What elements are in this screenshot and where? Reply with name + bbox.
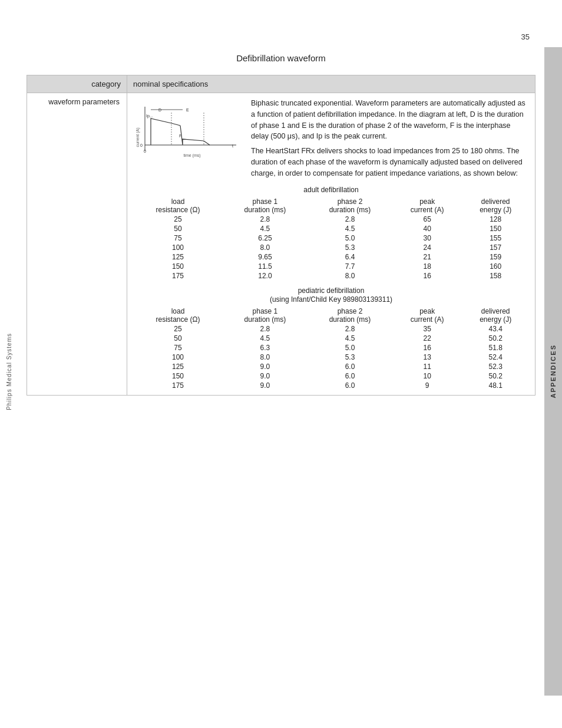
page-title: Defibrillation waveform: [27, 53, 535, 63]
appendices-tab: APPENDICES: [544, 47, 562, 696]
pediatric-sub-header: (using Infant/Child Key 989803139311): [133, 295, 529, 304]
adult-data-row: 504.54.540150: [133, 224, 529, 233]
adult-col1-header: loadresistance (Ω): [133, 197, 223, 215]
waveform-diagram: current (A) time (ms) Ip... 0 t: [133, 101, 242, 170]
svg-text:F: F: [179, 134, 181, 138]
adult-col4-header: peakcurrent (A): [392, 197, 462, 215]
pediatric-data-row: 756.35.01651.8: [133, 343, 529, 353]
pediatric-col5-header: deliveredenergy (J): [462, 307, 529, 324]
adult-data-row: 15011.57.718160: [133, 262, 529, 271]
appendices-label: APPENDICES: [550, 344, 557, 398]
pediatric-header-row: loadresistance (Ω) phase 1duration (ms) …: [133, 307, 529, 324]
adult-col3-header: phase 2duration (ms): [308, 197, 392, 215]
pediatric-data-row: 504.54.52250.2: [133, 334, 529, 343]
spec-table: category nominal specifications waveform…: [27, 75, 535, 396]
pediatric-section-header: pediatric defibrillation: [133, 286, 529, 295]
adult-col5-header: deliveredenergy (J): [462, 197, 529, 215]
pediatric-data-row: 1509.06.01050.2: [133, 371, 529, 381]
adult-data-row: 17512.08.016158: [133, 271, 529, 281]
pediatric-col2-header: phase 1duration (ms): [223, 307, 308, 324]
svg-text:t: t: [232, 144, 233, 148]
adult-col2-header: phase 1duration (ms): [223, 197, 308, 215]
adult-data-table: loadresistance (Ω) phase 1duration (ms) …: [133, 197, 529, 281]
pediatric-data-row: 1759.06.0948.1: [133, 381, 529, 390]
col-specs: nominal specifications: [127, 75, 535, 93]
adult-data-row: 1259.656.421159: [133, 252, 529, 262]
svg-text:0: 0: [140, 143, 143, 147]
description-block: Biphasic truncated exponential. Waveform…: [251, 98, 529, 182]
description-1: Biphasic truncated exponential. Waveform…: [251, 98, 529, 142]
svg-text:Ip...: Ip...: [146, 114, 153, 118]
svg-text:0: 0: [144, 149, 146, 153]
pediatric-data-table: loadresistance (Ω) phase 1duration (ms) …: [133, 307, 529, 390]
adult-data-row: 756.255.030155: [133, 233, 529, 243]
main-content: Defibrillation waveform category nominal…: [27, 53, 535, 396]
category-cell: waveform parameters: [27, 93, 127, 396]
adult-data-row: 1008.05.324157: [133, 243, 529, 252]
brand-label: Philips Medical Systems: [6, 333, 12, 410]
waveform-svg: current (A) time (ms) Ip... 0 t: [133, 101, 242, 169]
col-category: category: [27, 75, 127, 93]
adult-header-row: loadresistance (Ω) phase 1duration (ms) …: [133, 197, 529, 215]
pediatric-data-row: 1008.05.31352.4: [133, 353, 529, 362]
description-2: The HeartStart FRx delivers shocks to lo…: [251, 146, 529, 179]
pediatric-col4-header: peakcurrent (A): [392, 307, 462, 324]
svg-text:D: D: [158, 108, 161, 112]
svg-text:current (A): current (A): [135, 127, 140, 147]
pediatric-col3-header: phase 2duration (ms): [308, 307, 392, 324]
svg-text:E: E: [186, 108, 189, 112]
svg-text:time (ms): time (ms): [183, 153, 200, 158]
pediatric-data-row: 1259.06.01152.3: [133, 362, 529, 371]
pediatric-col1-header: loadresistance (Ω): [133, 307, 223, 324]
adult-data-row: 252.82.865128: [133, 215, 529, 224]
page-container: 35 Philips Medical Systems APPENDICES De…: [0, 0, 562, 728]
left-sidebar: Philips Medical Systems: [0, 47, 18, 696]
pediatric-data-row: 252.82.83543.4: [133, 324, 529, 334]
content-cell: current (A) time (ms) Ip... 0 t: [127, 93, 535, 396]
page-number: 35: [521, 32, 530, 41]
adult-section-header: adult defibrillation: [133, 186, 529, 194]
